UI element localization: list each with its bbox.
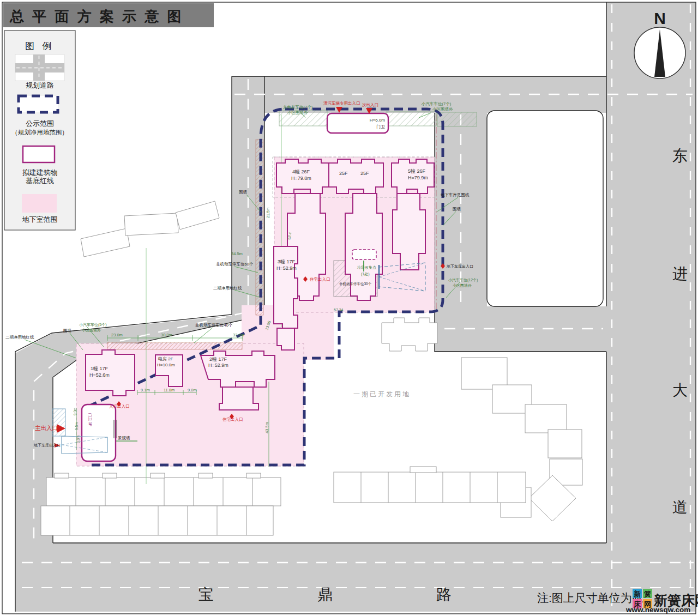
existing-building xyxy=(461,358,507,389)
existing-building xyxy=(176,201,219,230)
label-building-3: 3幢 17F xyxy=(278,259,296,264)
label-car-parking-ne: 小汽车车位(7个) xyxy=(421,101,452,106)
label-fence-w: 围墙 xyxy=(63,328,72,333)
legend-boundary-icon xyxy=(19,96,58,112)
label-gatehouse-n-height: H=6.0m xyxy=(370,118,386,123)
dim-43-5: 43.5m xyxy=(264,422,269,433)
legend-basement-icon xyxy=(22,194,57,213)
dim-9-0: 9.0m xyxy=(188,388,197,392)
label-nonmotor-court: 非机动车停车位30个 xyxy=(339,282,372,286)
legend-road-label: 规划道路 xyxy=(26,81,54,89)
adjacent-parcel xyxy=(487,111,603,306)
dim-57-34: 57.34 xyxy=(334,308,344,312)
label-main-entrance: 主出入口 xyxy=(35,425,58,431)
road-name-south-char: 宝 xyxy=(198,586,214,603)
label-residential-entrance-s: 住宅出入口 xyxy=(222,417,243,422)
label-building-25f-b: 25F xyxy=(360,171,369,176)
road-name-east-char: 进 xyxy=(672,265,688,282)
gatehouse-north xyxy=(327,113,388,133)
basement-step xyxy=(304,343,334,358)
label-waste-point-sub: (1处) xyxy=(361,272,370,276)
label-car-parking-e: 小汽车车位(12个) xyxy=(448,278,478,282)
dim-e-5-5: 5.5m xyxy=(75,422,79,430)
compass-north-label: N xyxy=(654,9,666,27)
road-name-east-char: 东 xyxy=(672,147,688,164)
site-plan-page: 充电桩车位(7个) 小区围墙外 清污车辆专用出入口 次出入口 小汽车车位(7个)… xyxy=(0,0,698,616)
label-building-25f-a: 25F xyxy=(339,171,348,176)
label-phase2-redline-mid: 二期净用地红线 xyxy=(213,286,242,291)
label-building-1: 1幢 17F xyxy=(91,366,109,371)
legend-building-icon xyxy=(23,146,55,162)
existing-building xyxy=(81,228,130,257)
site-plan-drawing: 充电桩车位(7个) 小区围墙外 清污车辆专用出入口 次出入口 小汽车车位(7个)… xyxy=(0,0,698,616)
label-car-parking-ne-sub: 小区围墙外 xyxy=(432,107,453,112)
label-nonmotor-n: 非机动车停车位60个 xyxy=(216,262,254,267)
label-pedestrian-entrance: 人行出入口 xyxy=(109,404,130,409)
label-fence-n: 围墙 xyxy=(239,190,248,195)
label-building-1-height: H=52.6m xyxy=(89,372,110,378)
page-title: 总 平 面 方 案 示 意 图 xyxy=(9,8,184,25)
watermark: 新 簧 床 网 新簧床网 www.newsqw.com xyxy=(625,589,698,614)
label-garage-entrance-e: 地下车库出入口 xyxy=(446,264,473,269)
label-residential-entrance-n: 住宅出入口 xyxy=(310,277,330,282)
legend-building-label-1: 拟建建筑物 xyxy=(22,168,58,177)
label-car-parking-sw: 小汽车车位(5个) xyxy=(79,323,107,327)
existing-building xyxy=(548,430,582,458)
dim-33-6: 33.6m xyxy=(233,333,244,337)
label-garage-extent-line: 地下车库范围线 xyxy=(440,192,470,197)
watermark-logo-char: 新 xyxy=(633,590,641,598)
legend: 图 例 规划道路 公示范围 （规划净用地范围） 拟建建筑物 基底红线 地下室范围 xyxy=(4,31,75,230)
label-building-5-height: H=79.9m xyxy=(408,175,428,180)
watermark-site-url: www.newsqw.com xyxy=(625,606,690,614)
dim-9-1: 9.1m xyxy=(141,388,150,392)
label-garage-entrance-w: 地下车库出入口 xyxy=(33,443,61,448)
label-building-2: 2幢 17F xyxy=(209,357,227,362)
existing-building xyxy=(382,318,437,351)
existing-building xyxy=(525,404,567,433)
label-building-3-height: H=52.9m xyxy=(276,265,297,271)
label-power-house-height: H=10.0m xyxy=(157,363,175,367)
label-gatehouse-n: 门卫 xyxy=(376,124,385,129)
label-building-4: 4幢 26F xyxy=(292,169,310,174)
label-charging-parking-sub: 小区围墙外 xyxy=(287,110,308,115)
building-25f xyxy=(329,159,383,194)
legend-building-label-2: 基底红线 xyxy=(26,177,54,185)
road-east-avenue xyxy=(606,2,696,612)
dim-e-9-0: 9.0m xyxy=(73,408,77,415)
label-building-4-height: H=79.8m xyxy=(291,176,311,181)
existing-rowhouses-southwest xyxy=(41,473,281,535)
existing-rowhouses-south xyxy=(334,467,526,503)
dim-30: 30.0m xyxy=(161,333,172,337)
watermark-logo-char: 簧 xyxy=(643,590,651,598)
label-waste-point: 垃圾收集点 xyxy=(357,265,376,270)
label-phase1-area: 一期已开发用地 xyxy=(353,390,411,398)
label-phase2-redline-left: 二期净用地红线 xyxy=(5,335,34,340)
dim-11-8: 11.8m xyxy=(164,388,174,392)
label-power-house: 电房 2F xyxy=(158,357,173,361)
label-sanitation-entrance: 清污车辆专用出入口 xyxy=(323,101,360,106)
dim-e-3-0: 3.0m xyxy=(76,436,80,443)
label-landscape-wall: 景观墙 xyxy=(118,436,130,440)
existing-building xyxy=(124,213,178,235)
building-2-wing xyxy=(219,387,258,410)
label-building-5: 5幢 26F xyxy=(408,168,426,174)
dim-34-5: 34.5m xyxy=(231,251,243,256)
label-fence-e: 围墙 xyxy=(453,207,461,212)
nonmotor-parking-strip-south xyxy=(107,342,242,349)
legend-basement-label: 地下室范围 xyxy=(22,215,58,224)
label-building-2-height: H=52.9m xyxy=(208,363,228,368)
label-secondary-entrance: 次出入口 xyxy=(362,102,378,107)
dim-23: 23.0m xyxy=(111,333,123,337)
legend-boundary-label-1: 公示范围 xyxy=(26,119,54,128)
garage-ramp-west xyxy=(52,409,65,436)
road-name-east-char: 大 xyxy=(672,382,688,398)
title-bar: 总 平 面 方 案 示 意 图 xyxy=(3,3,214,27)
road-ring-horizontal xyxy=(435,306,606,352)
waste-collection-point xyxy=(352,250,376,259)
road-name-south-char: 鼎 xyxy=(317,586,333,603)
legend-boundary-label-2: （规划净用地范围） xyxy=(11,129,68,136)
label-nonmotor-s: 非机动车停车位40个 xyxy=(195,323,233,328)
road-name-south-char: 路 xyxy=(436,586,452,603)
label-gatehouse-s: 门卫 1F xyxy=(88,413,92,426)
road-name-east-char: 道 xyxy=(672,499,688,516)
